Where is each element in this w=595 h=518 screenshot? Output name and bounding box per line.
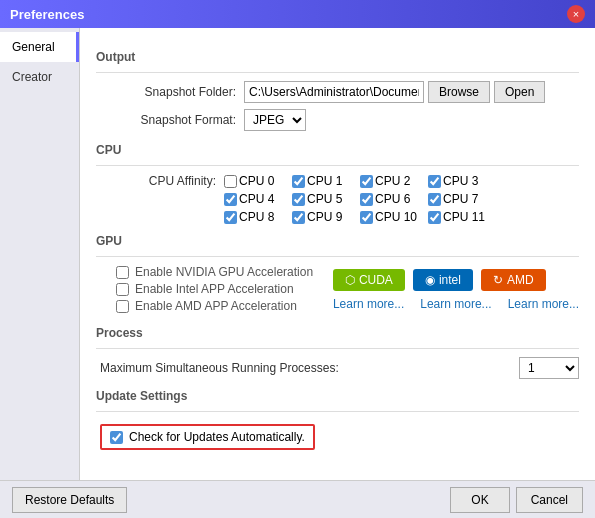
cpu-2-item[interactable]: CPU 2 — [360, 174, 420, 188]
cpu-8-label: CPU 8 — [239, 210, 274, 224]
title-bar: Preferences × — [0, 0, 595, 28]
cpu-6-label: CPU 6 — [375, 192, 410, 206]
gpu-right: ⬡ CUDA ◉ intel ↻ AMD Learn more — [333, 265, 579, 311]
output-section-label: Output — [96, 50, 579, 64]
cpu-checkboxes-row1: CPU 0 CPU 1 CPU 2 CPU 3 — [224, 174, 488, 188]
cpu-section-label: CPU — [96, 143, 579, 157]
cpu-9-label: CPU 9 — [307, 210, 342, 224]
footer: Restore Defaults OK Cancel — [0, 480, 595, 518]
browse-button[interactable]: Browse — [428, 81, 490, 103]
snapshot-folder-input[interactable] — [244, 81, 424, 103]
cpu-4-checkbox[interactable] — [224, 193, 237, 206]
update-section-label: Update Settings — [96, 389, 579, 403]
cpu-5-item[interactable]: CPU 5 — [292, 192, 352, 206]
cuda-button[interactable]: ⬡ CUDA — [333, 269, 405, 291]
cpu-affinity-label: CPU Affinity: — [116, 174, 216, 188]
amd-label: AMD — [507, 273, 534, 287]
cuda-label: CUDA — [359, 273, 393, 287]
max-processes-label: Maximum Simultaneous Running Processes: — [100, 361, 511, 375]
cpu-2-label: CPU 2 — [375, 174, 410, 188]
cpu-3-item[interactable]: CPU 3 — [428, 174, 488, 188]
learn-more-amd[interactable]: Learn more... — [508, 297, 579, 311]
cpu-3-checkbox[interactable] — [428, 175, 441, 188]
learn-more-cuda[interactable]: Learn more... — [333, 297, 404, 311]
cpu-7-checkbox[interactable] — [428, 193, 441, 206]
cpu-0-item[interactable]: CPU 0 — [224, 174, 284, 188]
cuda-icon: ⬡ — [345, 273, 355, 287]
snapshot-format-select[interactable]: JPEG PNG BMP — [244, 109, 306, 131]
gpu-amd-row: Enable AMD APP Acceleration — [116, 299, 333, 313]
cpu-6-checkbox[interactable] — [360, 193, 373, 206]
gpu-intel-row: Enable Intel APP Acceleration — [116, 282, 333, 296]
auto-update-checkbox[interactable] — [110, 431, 123, 444]
cpu-3-label: CPU 3 — [443, 174, 478, 188]
sidebar-item-creator[interactable]: Creator — [0, 62, 79, 92]
cpu-checkboxes-row3: CPU 8 CPU 9 CPU 10 CPU 11 — [224, 210, 488, 224]
snapshot-folder-row: Snapshot Folder: Browse Open — [96, 81, 579, 103]
gpu-nvidia-checkbox[interactable] — [116, 266, 129, 279]
cpu-1-label: CPU 1 — [307, 174, 342, 188]
cpu-row-1: CPU Affinity: CPU 0 CPU 1 CPU 2 CPU 3 — [116, 174, 579, 188]
snapshot-format-label: Snapshot Format: — [116, 113, 236, 127]
snapshot-format-select-wrap: JPEG PNG BMP — [244, 109, 306, 131]
cpu-10-label: CPU 10 — [375, 210, 417, 224]
update-check-wrap: Check for Updates Automatically. — [100, 424, 315, 450]
sidebar: General Creator — [0, 28, 80, 480]
cpu-7-label: CPU 7 — [443, 192, 478, 206]
cpu-8-checkbox[interactable] — [224, 211, 237, 224]
process-row: Maximum Simultaneous Running Processes: … — [96, 357, 579, 379]
cpu-affinity-section: CPU Affinity: CPU 0 CPU 1 CPU 2 CPU 3 CP… — [96, 174, 579, 224]
cpu-5-label: CPU 5 — [307, 192, 342, 206]
cpu-row-3: CPU 8 CPU 9 CPU 10 CPU 11 — [116, 210, 579, 224]
auto-update-label: Check for Updates Automatically. — [129, 430, 305, 444]
cpu-1-checkbox[interactable] — [292, 175, 305, 188]
gpu-amd-checkbox[interactable] — [116, 300, 129, 313]
snapshot-format-row: Snapshot Format: JPEG PNG BMP — [96, 109, 579, 131]
cpu-9-item[interactable]: CPU 9 — [292, 210, 352, 224]
cpu-row-2: CPU 4 CPU 5 CPU 6 CPU 7 — [116, 192, 579, 206]
amd-icon: ↻ — [493, 273, 503, 287]
cpu-10-checkbox[interactable] — [360, 211, 373, 224]
open-button[interactable]: Open — [494, 81, 545, 103]
intel-label: intel — [439, 273, 461, 287]
dialog-title: Preferences — [10, 7, 84, 22]
gpu-nvidia-row: Enable NVIDIA GPU Acceleration — [116, 265, 333, 279]
cpu-5-checkbox[interactable] — [292, 193, 305, 206]
cpu-2-checkbox[interactable] — [360, 175, 373, 188]
cpu-11-label: CPU 11 — [443, 210, 485, 224]
learn-more-row: Learn more... Learn more... Learn more..… — [333, 297, 579, 311]
close-button[interactable]: × — [567, 5, 585, 23]
cpu-10-item[interactable]: CPU 10 — [360, 210, 420, 224]
restore-defaults-button[interactable]: Restore Defaults — [12, 487, 127, 513]
snapshot-folder-label: Snapshot Folder: — [116, 85, 236, 99]
footer-right: OK Cancel — [450, 487, 583, 513]
learn-more-intel[interactable]: Learn more... — [420, 297, 491, 311]
cpu-4-label: CPU 4 — [239, 192, 274, 206]
gpu-intel-label: Enable Intel APP Acceleration — [135, 282, 294, 296]
gpu-buttons-row: ⬡ CUDA ◉ intel ↻ AMD — [333, 269, 546, 291]
cpu-9-checkbox[interactable] — [292, 211, 305, 224]
gpu-left: Enable NVIDIA GPU Acceleration Enable In… — [116, 265, 333, 316]
main-layout: General Creator Output Snapshot Folder: … — [0, 28, 595, 480]
intel-icon: ◉ — [425, 273, 435, 287]
max-processes-select[interactable]: 1 2 3 4 — [519, 357, 579, 379]
gpu-intel-checkbox[interactable] — [116, 283, 129, 296]
process-section-label: Process — [96, 326, 579, 340]
cpu-1-item[interactable]: CPU 1 — [292, 174, 352, 188]
content-area: Output Snapshot Folder: Browse Open Snap… — [80, 28, 595, 480]
gpu-amd-label: Enable AMD APP Acceleration — [135, 299, 297, 313]
cpu-0-checkbox[interactable] — [224, 175, 237, 188]
sidebar-item-general[interactable]: General — [0, 32, 79, 62]
cpu-11-item[interactable]: CPU 11 — [428, 210, 488, 224]
amd-button[interactable]: ↻ AMD — [481, 269, 546, 291]
cpu-8-item[interactable]: CPU 8 — [224, 210, 284, 224]
cpu-4-item[interactable]: CPU 4 — [224, 192, 284, 206]
cpu-6-item[interactable]: CPU 6 — [360, 192, 420, 206]
gpu-section: Enable NVIDIA GPU Acceleration Enable In… — [96, 265, 579, 316]
ok-button[interactable]: OK — [450, 487, 509, 513]
cpu-11-checkbox[interactable] — [428, 211, 441, 224]
cpu-7-item[interactable]: CPU 7 — [428, 192, 488, 206]
cpu-0-label: CPU 0 — [239, 174, 274, 188]
intel-button[interactable]: ◉ intel — [413, 269, 473, 291]
cancel-button[interactable]: Cancel — [516, 487, 583, 513]
